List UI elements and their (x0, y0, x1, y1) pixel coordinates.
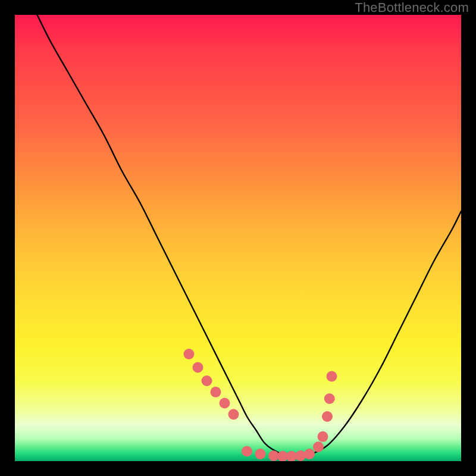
curve-layer (15, 15, 461, 461)
highlight-dots (184, 349, 337, 461)
highlight-dot (255, 449, 266, 459)
highlight-dot (242, 446, 252, 457)
highlight-dot (324, 393, 335, 404)
chart-frame (7, 7, 469, 469)
highlight-dot (322, 411, 333, 422)
highlight-dot (193, 362, 203, 373)
highlight-dot (327, 371, 337, 382)
highlight-dot (202, 375, 212, 386)
highlight-dot (220, 398, 230, 409)
highlight-dot (228, 409, 239, 419)
watermark-text: TheBottleneck.com (355, 0, 469, 15)
highlight-dot (211, 387, 221, 397)
plot-area (15, 15, 461, 461)
highlight-dot (184, 349, 195, 359)
highlight-dot (313, 441, 324, 452)
highlight-dot (295, 450, 306, 461)
highlight-dot (318, 431, 328, 442)
bottleneck-curve (37, 15, 462, 457)
highlight-dot (304, 449, 315, 459)
